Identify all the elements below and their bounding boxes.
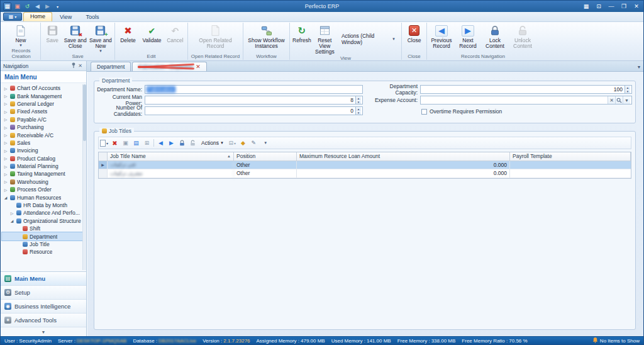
nav-tree-item[interactable]: ▷ Process Order — [2, 186, 86, 193]
close-tab-icon[interactable]: ✕ — [196, 64, 201, 70]
lookup-dropdown-icon[interactable]: ▼ — [623, 96, 630, 104]
nav-tree-item[interactable]: ▷ Bank Management — [2, 92, 86, 99]
spinner-buttons[interactable]: ▲▼ — [355, 96, 361, 104]
column-header-job-title-name[interactable]: Job Title Name▲ — [108, 152, 234, 161]
nav-tree-item[interactable]: ▷ Payable A/C — [2, 116, 86, 123]
column-header-position[interactable]: Position — [234, 152, 297, 161]
previous-record-button[interactable]: ◀ Previous Record — [428, 23, 455, 49]
grid-prev-record-icon[interactable]: ◀ — [157, 139, 165, 147]
nav-tree-item[interactable]: ▷ Receivable A/C — [2, 131, 86, 139]
cancel-button[interactable]: ↶ Cancel — [164, 23, 186, 43]
delete-button[interactable]: ✖ Delete — [116, 23, 140, 43]
maximize-button[interactable]: ❐ — [619, 3, 628, 9]
nav-tree-item[interactable]: ▷ Purchasing — [2, 123, 86, 131]
grid-next-record-icon[interactable]: ▶ — [167, 139, 175, 147]
lock-content-button[interactable]: Lock Content — [481, 23, 509, 49]
tab-tools[interactable]: Tools — [79, 13, 105, 21]
nav-tree-item[interactable]: ▷ Sales — [2, 139, 86, 147]
nav-tree-item[interactable]: ▷ Attendance And Perfo... — [2, 209, 86, 217]
nav-tree-item[interactable]: Shift — [2, 225, 86, 232]
unlock-content-button[interactable]: Unlock Content — [509, 23, 536, 49]
expand-icon[interactable]: ▷ — [3, 179, 8, 184]
actions-child-window-button[interactable]: Actions (Child Window) ▼ — [337, 30, 400, 48]
show-workflow-instances-button[interactable]: Show Workflow Instances — [246, 23, 287, 49]
table-row[interactable]: ▶ فني تركيبات Other 0.000 — [99, 161, 631, 170]
nav-overflow-chevron[interactable]: ▼ — [1, 327, 86, 336]
grid-actions-button[interactable]: Actions▼ — [199, 140, 226, 146]
nav-tree-item[interactable]: Resource — [2, 248, 86, 256]
expand-icon[interactable]: ▷ — [3, 156, 8, 161]
overtime-checkbox[interactable] — [421, 109, 427, 115]
nav-tree-item[interactable]: ▷ Material Planning — [2, 162, 86, 170]
current-man-power-input[interactable]: 8 ▲▼ — [145, 96, 363, 105]
doc-tab-department[interactable]: Department — [91, 62, 131, 71]
nav-tree-item[interactable]: Department — [2, 232, 86, 240]
close-panel-icon[interactable]: ✕ — [77, 63, 84, 69]
tab-list-dropdown-icon[interactable]: ▼ — [635, 65, 643, 71]
expand-icon[interactable]: ▷ — [3, 94, 8, 98]
expand-icon[interactable]: ▷ — [3, 149, 8, 153]
tab-home[interactable]: Home — [23, 12, 52, 21]
nav-tree-item[interactable]: ◢ Organizational Structure — [2, 217, 86, 225]
nav-tree-item[interactable]: Job Title — [2, 240, 86, 248]
edit-icon[interactable]: ✎ — [250, 139, 258, 147]
save-and-new-button[interactable]: + Save and New ▼ — [88, 23, 113, 53]
column-header-max-resource-loan[interactable]: Maximum Resource Loan Amount — [297, 152, 510, 161]
grid-layout-button[interactable]: ⊞ — [143, 139, 151, 147]
save-button[interactable]: Save — [42, 23, 63, 43]
toolbar-overflow-icon[interactable]: ▼ — [262, 139, 270, 147]
nav-tree-item[interactable]: ▷ Product Catalog — [2, 155, 86, 162]
search-icon[interactable] — [615, 96, 623, 104]
spinner-buttons[interactable]: ▲▼ — [625, 86, 630, 93]
expense-account-input[interactable]: ✕ ▼ — [420, 96, 632, 105]
tree-scrollbar[interactable] — [82, 84, 86, 270]
refresh-button[interactable]: ↻ Refresh — [291, 23, 313, 43]
department-name-input[interactable]: Fabrication — [145, 85, 363, 94]
department-capacity-input[interactable]: 100 ▲▼ — [420, 85, 632, 94]
sidebar-item-main-menu[interactable]: ▤ Main Menu — [1, 272, 86, 286]
application-button[interactable]: ▦▾ — [3, 13, 22, 21]
undo-icon[interactable]: ↺ — [23, 3, 31, 11]
expand-icon[interactable]: ▷ — [9, 211, 14, 215]
expand-icon[interactable]: ▷ — [3, 101, 8, 106]
back-icon[interactable]: ◀ — [33, 3, 42, 11]
pin-icon[interactable] — [70, 62, 77, 69]
spinner-buttons[interactable]: ▲▼ — [355, 107, 361, 115]
expand-icon[interactable]: ▷ — [3, 86, 8, 91]
sidebar-item-business-intelligence[interactable]: ◉ Business Intelligence — [1, 300, 86, 314]
grid-unlock-icon[interactable] — [189, 139, 197, 147]
reset-view-settings-button[interactable]: Reset View Settings — [313, 23, 337, 55]
nav-tree-item[interactable]: HR Data by Month — [2, 201, 86, 209]
tab-view[interactable]: View — [53, 13, 78, 21]
key-icon[interactable]: ◆ — [239, 139, 247, 147]
nav-tree-item[interactable]: ◢ Human Resources — [2, 193, 86, 201]
save-quick-icon[interactable]: ▣ — [13, 3, 21, 11]
nav-tree-item[interactable]: ▷ Invoicing — [2, 147, 86, 154]
table-row[interactable]: مشرف تركيبات Other 0.000 — [99, 169, 631, 178]
nav-tree-item[interactable]: ▷ General Ledger — [2, 100, 86, 108]
expand-icon[interactable]: ◢ — [3, 195, 8, 200]
expand-icon[interactable]: ▷ — [3, 140, 8, 145]
grid-lock-icon[interactable] — [178, 139, 186, 147]
clear-icon[interactable]: ✕ — [608, 96, 615, 104]
expand-icon[interactable]: ▷ — [3, 133, 8, 137]
nav-tree-item[interactable]: ▷ Fixed Assets — [2, 108, 86, 115]
forward-icon[interactable]: ▶ — [43, 3, 52, 11]
restore-layout-icon[interactable]: ⊡ — [594, 3, 603, 9]
qat-customize-icon[interactable]: ▾ — [53, 3, 62, 11]
expand-icon[interactable]: ▷ — [3, 117, 8, 122]
app-grid-icon[interactable]: ▦ — [3, 3, 11, 11]
number-of-candidates-input[interactable]: 0 ▲▼ — [145, 106, 363, 115]
next-record-button[interactable]: ▶ Next Record — [455, 23, 481, 49]
grid-delete-row-button[interactable]: ✖ — [111, 139, 119, 147]
doc-tab-active-record[interactable]: Fabrication - Departme ✕ — [132, 62, 206, 71]
save-and-close-button[interactable]: ✖ Save and Close — [63, 23, 88, 49]
grid-new-row-button[interactable]: ▾ — [100, 139, 108, 147]
open-related-record-button[interactable]: Open Related Record — [191, 23, 241, 49]
sidebar-item-advanced-tools[interactable]: ✦ Advanced Tools — [1, 314, 86, 327]
close-window-button[interactable]: ✕ — [632, 3, 641, 9]
layout-panel-icon[interactable]: ▦ — [582, 3, 591, 9]
expand-icon[interactable]: ▷ — [3, 125, 8, 130]
grid-export-button[interactable]: ▤ — [132, 139, 140, 147]
close-record-button[interactable]: ✕ Close — [404, 23, 425, 43]
